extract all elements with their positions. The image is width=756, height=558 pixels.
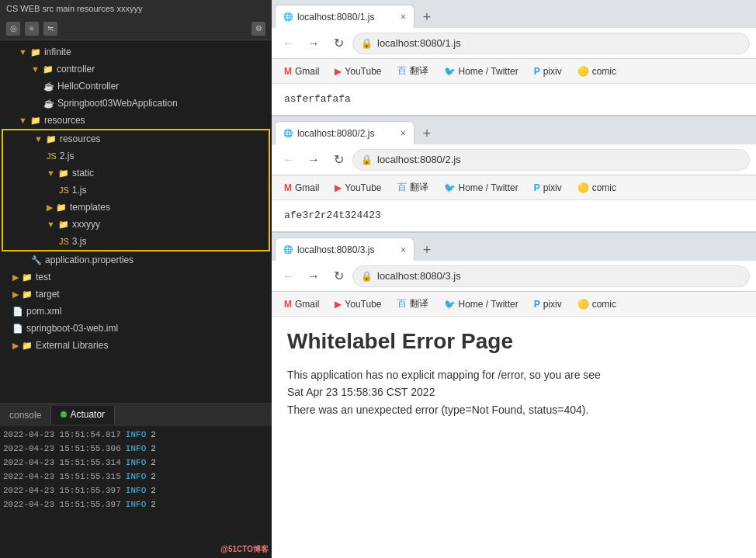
- tree-item-springbootapp[interactable]: ☕ Springboot03WebApplication: [0, 95, 272, 112]
- tree-item-static[interactable]: ▼ 📁 static: [3, 165, 269, 182]
- browser-3-url-bar[interactable]: 🔒 localhost:8080/3.js: [352, 265, 750, 287]
- bookmark-comic-2[interactable]: 🟡 comic: [571, 181, 622, 195]
- tree-item-xxxyyy[interactable]: ▼ 📁 xxxyyy: [3, 216, 269, 233]
- toolbar-btn-3[interactable]: ≒: [43, 22, 57, 36]
- browser-3-forward-btn[interactable]: →: [303, 265, 324, 287]
- bookmark-gmail-1[interactable]: M Gmail: [278, 64, 325, 78]
- browser-3-tab-title: localhost:8080/3.js: [297, 244, 396, 255]
- browser-1-addressbar: ← → ↻ 🔒 localhost:8080/1.js: [272, 28, 756, 59]
- browser-3-bookmarks: M Gmail ▶ YouTube 百 翻译 🐦 Home / Twitter …: [272, 292, 756, 317]
- browser-1-url-bar[interactable]: 🔒 localhost:8080/1.js: [352, 33, 750, 54]
- browser-2-bookmarks: M Gmail ▶ YouTube 百 翻译 🐦 Home / Twitter …: [272, 175, 756, 200]
- ide-topbar: CS WEB src main resources xxxyyy: [0, 0, 272, 17]
- bookmark-twitter-2[interactable]: 🐦 Home / Twitter: [438, 181, 525, 195]
- browser-2-url-text: localhost:8080/2.js: [377, 154, 461, 165]
- highlighted-resources-box: ▼ 📁 resources JS 2.js ▼ 📁 static JS 1.js: [2, 129, 270, 251]
- browser-2-active-tab[interactable]: 🌐 localhost:8080/2.js ×: [275, 121, 414, 144]
- ide-log-output: 2022-04-23 15:51:54.817 INFO 2 2022-04-2…: [0, 426, 272, 558]
- tree-item-1js[interactable]: JS 1.js: [3, 182, 269, 199]
- browser-3-url-text: localhost:8080/3.js: [377, 270, 461, 282]
- bookmark-gmail-2[interactable]: M Gmail: [278, 181, 325, 195]
- tree-item-templates[interactable]: ▶ 📁 templates: [3, 199, 269, 216]
- browser-1-bookmarks: M Gmail ▶ YouTube 百 翻译 🐦 Home / Twitter …: [272, 59, 756, 84]
- browser-window-3: 🌐 localhost:8080/3.js × + ← → ↻ 🔒 localh…: [272, 233, 756, 558]
- browser-3-addressbar: ← → ↻ 🔒 localhost:8080/3.js: [272, 261, 756, 292]
- bookmark-comic-3[interactable]: 🟡 comic: [571, 297, 622, 311]
- browser-3-new-tab[interactable]: +: [416, 239, 438, 261]
- ide-panel: CS WEB src main resources xxxyyy ◎ ≡ ≒ ⚙…: [0, 0, 272, 558]
- error-line2: Sat Apr 23 15:58:36 CST 2022: [287, 383, 740, 400]
- log-line-1: 2022-04-23 15:51:54.817 INFO 2: [3, 428, 269, 442]
- browser-panel: 🌐 localhost:8080/1.js × + ← → ↻ 🔒 localh…: [272, 0, 756, 558]
- browser-3-secure-icon: 🔒: [361, 271, 373, 282]
- toolbar-settings-btn[interactable]: ⚙: [251, 22, 265, 36]
- toolbar-btn-1[interactable]: ◎: [6, 22, 20, 36]
- browser-1-reload-btn[interactable]: ↻: [328, 33, 349, 54]
- ide-tab-console[interactable]: console: [0, 407, 51, 424]
- browser-1-secure-icon: 🔒: [361, 38, 373, 49]
- tree-item-resources-inner[interactable]: ▼ 📁 resources: [3, 130, 269, 147]
- browser-2-forward-btn[interactable]: →: [303, 149, 324, 171]
- toolbar-btn-2[interactable]: ≡: [25, 22, 39, 36]
- browser-1-active-tab[interactable]: 🌐 localhost:8080/1.js ×: [275, 5, 414, 28]
- browser-3-back-btn[interactable]: ←: [278, 265, 300, 287]
- browser-2-back-btn[interactable]: ←: [278, 149, 300, 171]
- browser-1-tab-bar: 🌐 localhost:8080/1.js × +: [272, 0, 756, 28]
- tree-item-controller[interactable]: ▼ 📁 controller: [0, 61, 272, 78]
- ide-path: CS WEB src main resources xxxyyy: [6, 4, 142, 13]
- tree-item-appprops[interactable]: 🔧 application.properties: [0, 251, 272, 269]
- bookmark-pixiv-1[interactable]: P pixiv: [528, 64, 568, 78]
- bookmark-pixiv-2[interactable]: P pixiv: [528, 181, 568, 195]
- browser-2-new-tab[interactable]: +: [416, 123, 438, 144]
- browser-window-1: 🌐 localhost:8080/1.js × + ← → ↻ 🔒 localh…: [272, 0, 756, 116]
- tree-item-springbootiml[interactable]: 📄 springboot-03-web.iml: [0, 320, 272, 337]
- bookmark-translate-2[interactable]: 百 翻译: [391, 179, 435, 196]
- error-title: Whitelabel Error Page: [287, 329, 740, 354]
- browser-1-favicon: 🌐: [283, 12, 293, 21]
- browser-2-content: afe3r2r24t324423: [272, 200, 756, 231]
- bookmark-twitter-3[interactable]: 🐦 Home / Twitter: [438, 297, 525, 311]
- browser-1-url-text: localhost:8080/1.js: [377, 37, 461, 49]
- tree-item-2js[interactable]: JS 2.js: [3, 147, 269, 165]
- browser-1-back-btn[interactable]: ←: [278, 33, 300, 54]
- browser-3-active-tab[interactable]: 🌐 localhost:8080/3.js ×: [275, 237, 414, 261]
- bookmark-youtube-3[interactable]: ▶ YouTube: [328, 297, 387, 311]
- browser-2-tab-title: localhost:8080/2.js: [297, 128, 396, 139]
- bookmark-gmail-3[interactable]: M Gmail: [278, 297, 325, 311]
- tree-item-3js[interactable]: JS 3.js: [3, 233, 269, 250]
- tree-item-infinite[interactable]: ▼ 📁 infinite: [0, 43, 272, 61]
- browser-2-url-bar[interactable]: 🔒 localhost:8080/2.js: [352, 149, 750, 171]
- tree-item-hellocontroller[interactable]: ☕ HelloController: [0, 78, 272, 95]
- run-indicator: [61, 411, 67, 418]
- error-line3: There was an unexpected error (type=Not …: [287, 401, 740, 418]
- browser-2-reload-btn[interactable]: ↻: [328, 149, 349, 171]
- bookmark-youtube-1[interactable]: ▶ YouTube: [328, 64, 387, 78]
- browser-3-favicon: 🌐: [283, 245, 293, 254]
- browser-3-reload-btn[interactable]: ↻: [328, 265, 349, 287]
- browser-2-tab-close[interactable]: ×: [401, 128, 406, 139]
- browser-1-tab-close[interactable]: ×: [401, 12, 406, 23]
- log-line-2: 2022-04-23 15:51:55.306 INFO 2: [3, 442, 269, 456]
- log-line-5: 2022-04-23 15:51:55.397 INFO 2: [3, 483, 269, 497]
- log-line-3: 2022-04-23 15:51:55.314 INFO 2: [3, 456, 269, 470]
- browser-3-tab-close[interactable]: ×: [401, 244, 406, 255]
- tree-item-test[interactable]: ▶ 📁 test: [0, 269, 272, 286]
- ide-tab-actuator[interactable]: Actuator: [51, 406, 115, 425]
- log-line-6: 2022-04-23 15:51:55.397 INFO 2: [3, 497, 269, 511]
- tree-item-external-libs[interactable]: ▶ 📁 External Libraries: [0, 337, 272, 354]
- bookmark-translate-1[interactable]: 百 翻译: [391, 63, 435, 79]
- browser-1-tab-title: localhost:8080/1.js: [297, 12, 396, 23]
- bookmark-translate-3[interactable]: 百 翻译: [391, 296, 435, 312]
- browser-1-forward-btn[interactable]: →: [303, 33, 324, 54]
- tree-item-target[interactable]: ▶ 📁 target: [0, 286, 272, 303]
- bookmark-youtube-2[interactable]: ▶ YouTube: [328, 181, 387, 195]
- tree-item-pomxml[interactable]: 📄 pom.xml: [0, 303, 272, 320]
- bookmark-comic-1[interactable]: 🟡 comic: [571, 64, 622, 78]
- browser-1-new-tab[interactable]: +: [416, 6, 438, 28]
- bookmark-pixiv-3[interactable]: P pixiv: [528, 297, 568, 311]
- bookmark-twitter-1[interactable]: 🐦 Home / Twitter: [438, 64, 525, 78]
- tree-item-resources-outer[interactable]: ▼ 📁 resources: [0, 112, 272, 129]
- error-line1: This application has no explicit mapping…: [287, 366, 740, 383]
- ide-bottom-panel: console Actuator 2022-04-23 15:51:54.817…: [0, 403, 272, 558]
- watermark: @51CTO博客: [220, 544, 269, 555]
